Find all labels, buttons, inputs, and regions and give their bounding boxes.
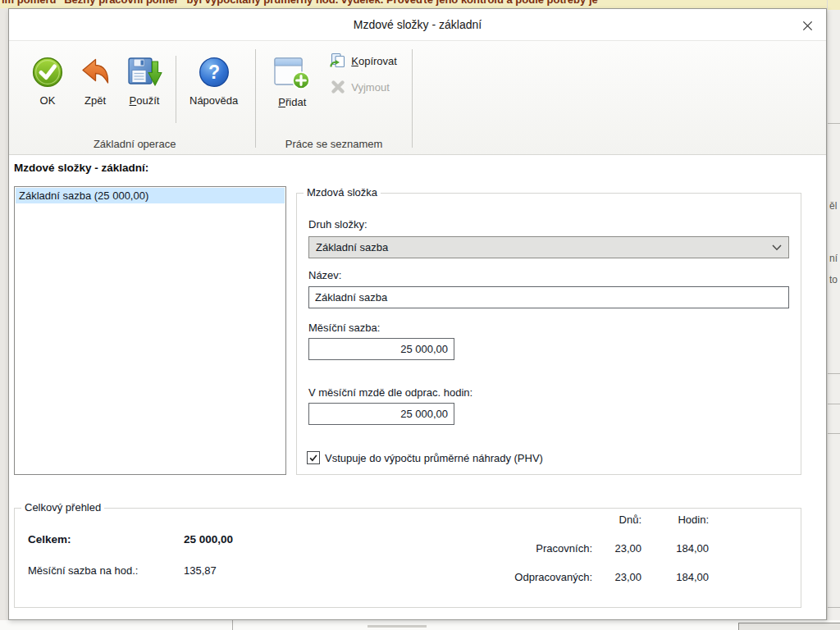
component-type-select[interactable]: Základní sazba [308,236,789,258]
overview-right-block: Dnů: Hodin: Pracovních: 23,00 184,00 Odp… [471,514,709,586]
background-text-fragment: ěl [829,200,837,212]
small-buttons-column: Kopírovat Vyjmout [318,52,402,95]
background-text-fragment: to [829,274,838,285]
toolbar-group-separator [412,49,413,148]
add-button-label: Přidat [278,96,306,108]
component-type-label: Druh složky: [308,218,368,231]
background-button-shape [738,623,840,630]
days-column-header: Dnů: [592,514,641,528]
divider [232,620,233,630]
chevron-down-icon [772,244,782,251]
add-button[interactable]: Přidat [266,56,318,108]
total-label: Celkem: [28,533,184,546]
worked-days-value: 23,00 [592,571,641,586]
working-days-value: 23,00 [592,542,641,557]
titlebar: Mzdové složky - základní [9,9,826,40]
cut-cross-icon [330,79,346,95]
monthly-wage-by-hours-label: V měsíční mzdě dle odprac. hodin: [308,386,472,399]
divider [828,404,840,404]
ribbon-group-label-list: Práce se seznamem [259,138,409,150]
apply-accesskey: P [130,94,137,107]
total-value: 25 000,00 [184,533,274,546]
help-button[interactable]: ? Nápověda [182,56,245,107]
add-accesskey: P [278,96,285,108]
divider [828,607,840,608]
copy-label-rest: opírovat [358,55,397,67]
background-shape [368,625,427,628]
undo-arrow-icon [79,56,112,89]
svg-text:?: ? [208,62,220,83]
working-hours-value: 184,00 [641,542,709,557]
copy-button-label: Kopírovat [351,55,397,67]
cut-button-label: Vyjmout [351,81,389,94]
dialog-title: Mzdové složky - základní [9,9,826,40]
close-icon [801,20,814,32]
hourly-rate-value: 135,87 [184,564,274,577]
apply-label-rest: oužít [136,94,159,107]
phv-checkbox-label: Vstupuje do výpočtu průměrné náhrady (PH… [325,452,543,464]
hours-column-header: Hodin: [641,514,709,528]
phv-checkbox-row[interactable]: Vstupuje do výpočtu průměrné náhrady (PH… [307,451,543,464]
divider [828,373,840,374]
background-note-text: ím poměru "Běžný pracovní poměr" byl vyp… [2,0,598,6]
list-item-selected[interactable]: Základní sazba (25 000,00) [16,188,285,203]
undo-button-label: Zpět [84,94,106,107]
divider [828,123,840,124]
background-window-strip-right: ěl ní to [827,0,840,630]
toolbar-separator [176,56,176,123]
name-input[interactable] [308,286,789,308]
ribbon-group-list-operations: Přidat Kopírovat Vyjmout [259,41,409,156]
apply-button-label: Použít [130,94,160,107]
add-label-rest: řidat [285,96,306,108]
background-text-fragment: ní [829,253,838,264]
ribbon-group-label-basic: Základní operace [17,138,252,150]
worked-hours-value: 184,00 [641,571,709,586]
copy-button[interactable]: Kopírovat [330,52,397,69]
groupbox-legend: Mzdová složka [304,186,381,199]
name-label: Název: [308,269,341,281]
worked-label: Odpracovaných: [471,571,592,586]
working-label: Pracovních: [471,542,592,557]
spacer [471,514,592,528]
help-question-icon: ? [198,56,231,89]
help-button-label: Nápověda [189,94,238,107]
component-type-value: Základní sazba [316,241,772,253]
ribbon-group-basic-operations: OK Zpět [17,41,252,156]
background-note-corner [828,0,840,10]
copy-accesskey: K [351,55,358,67]
undo-button[interactable]: Zpět [71,56,119,107]
monthly-rate-input[interactable] [308,338,454,360]
wage-components-listbox[interactable]: Základní sazba (25 000,00) [14,186,286,475]
background-window-strip-bottom [0,620,840,630]
ok-button-label: OK [40,94,56,107]
groupbox-total-overview: Celkový přehled Celkem: 25 000,00 Měsíčn… [14,508,801,608]
background-window-strip-top: ím poměru "Běžný pracovní poměr" byl vyp… [0,0,840,8]
add-window-plus-icon [273,56,311,90]
cut-button-disabled: Vyjmout [330,79,397,95]
ribbon-toolbar: OK Zpět [9,40,826,155]
hourly-rate-label: Měsíční sazba na hod.: [28,564,184,577]
close-button[interactable] [797,15,818,36]
ok-check-icon [31,56,64,89]
divider [828,433,840,434]
dialog-content: Mzdové složky - základní: Základní sazba… [9,155,826,619]
save-floppy-icon [126,56,162,89]
list-heading: Mzdové složky - základní: [14,162,148,174]
ok-button[interactable]: OK [24,56,71,107]
copy-pages-icon [330,52,346,69]
monthly-wage-by-hours-input[interactable] [308,403,454,425]
apply-button[interactable]: Použít [119,56,170,107]
checkbox-checked-icon[interactable] [307,451,320,464]
toolbar-group-separator [255,49,256,148]
dialog-mzdove-slozky: Mzdové složky - základní [8,8,827,620]
groupbox-legend: Celkový přehled [21,501,104,514]
groupbox-wage-component: Mzdová složka Druh složky: Základní sazb… [296,193,801,475]
monthly-rate-label: Měsíční sazba: [308,322,380,334]
overview-hourly-row: Měsíční sazba na hod.: 135,87 [28,564,274,577]
overview-total-row: Celkem: 25 000,00 [28,533,274,546]
